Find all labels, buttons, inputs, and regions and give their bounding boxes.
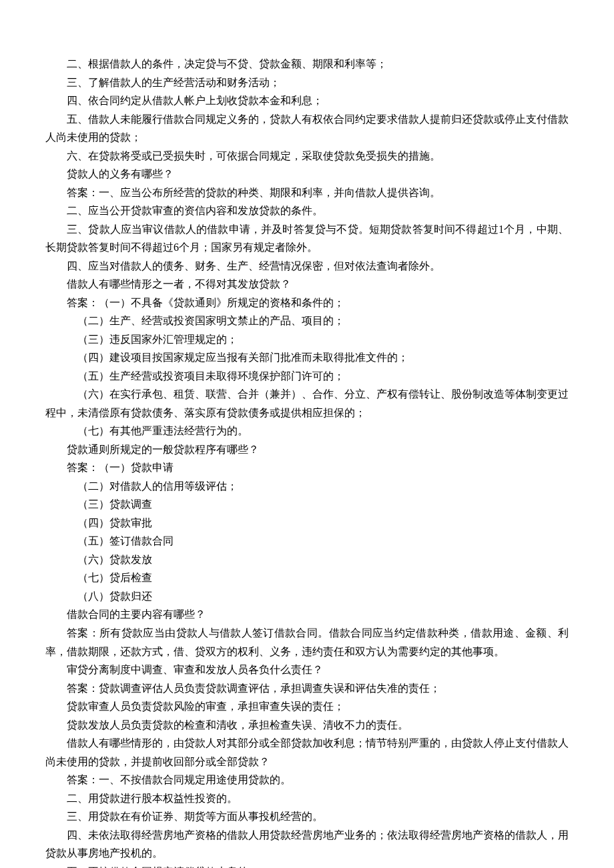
paragraph: 借款人有哪些情形之一者，不得对其发放贷款？ [45,275,569,294]
paragraph: 贷款人的义务有哪些？ [45,165,569,183]
paragraph: 三、贷款人应当审议借款人的借款申请，并及时答复贷与不贷。短期贷款答复时间不得超过… [45,220,569,257]
paragraph: （七）有其他严重违法经营行为的。 [45,422,569,440]
document-body: 二、根据借款人的条件，决定贷与不贷、贷款金额、期限和利率等；三、了解借款人的生产… [45,55,569,868]
paragraph: 三、用贷款在有价证券、期货等方面从事投机经营的。 [45,807,569,826]
document-page: 二、根据借款人的条件，决定贷与不贷、贷款金额、期限和利率等；三、了解借款人的生产… [0,0,614,868]
paragraph: 二、根据借款人的条件，决定贷与不贷、贷款金额、期限和利率等； [45,55,569,73]
paragraph: 答案：所有贷款应当由贷款人与借款人签订借款合同。借款合同应当约定借款种类，借款用… [45,624,569,661]
paragraph: 答案：贷款调查评估人员负责贷款调查评估，承担调查失误和评估失准的责任； [45,679,569,698]
paragraph: （六）贷款发放 [45,550,569,569]
paragraph: 审贷分离制度中调查、审查和发放人员各负什么责任？ [45,661,569,679]
paragraph: 四、依合同约定从借款人帐户上划收贷款本金和利息； [45,91,569,110]
paragraph: 贷款发放人员负责贷款的检查和清收，承担检查失误、清收不力的责任。 [45,716,569,735]
paragraph: （二）生产、经营或投资国家明文禁止的产品、项目的； [45,312,569,330]
paragraph: 答案：（一）不具备《贷款通则》所规定的资格和条件的； [45,294,569,312]
paragraph: （八）贷款归还 [45,587,569,606]
paragraph: （四）建设项目按国家规定应当报有关部门批准而未取得批准文件的； [45,348,569,367]
paragraph: 六、在贷款将受或已受损失时，可依据合同规定，采取使贷款免受损失的措施。 [45,147,569,165]
paragraph: 五、借款人未能履行借款合同规定义务的，贷款人有权依合同约定要求借款人提前归还贷款… [45,110,569,147]
paragraph: 借款合同的主要内容有哪些？ [45,605,569,624]
paragraph: （二）对借款人的信用等级评估； [45,477,569,496]
paragraph: （四）贷款审批 [45,514,569,532]
paragraph: （三）违反国家外汇管理规定的； [45,330,569,349]
paragraph: 答案：一、应当公布所经营的贷款的种类、期限和利率，并向借款人提供咨询。 [45,183,569,202]
paragraph: 四、应当对借款人的债务、财务、生产、经营情况保密，但对依法查询者除外。 [45,257,569,276]
paragraph: （三）贷款调查 [45,495,569,514]
paragraph: （六）在实行承包、租赁、联营、合并（兼并）、合作、分立、产权有偿转让、股份制改造… [45,385,569,422]
paragraph: 五、不按借款合同规定清偿贷款本息的。 [45,863,569,868]
paragraph: 四、未依法取得经营房地产资格的借款人用贷款经营房地产业务的；依法取得经营房地产资… [45,826,569,863]
paragraph: 贷款审查人员负责贷款风险的审查，承担审查失误的责任； [45,697,569,716]
paragraph: 二、应当公开贷款审查的资信内容和发放贷款的条件。 [45,201,569,220]
paragraph: 三、了解借款人的生产经营活动和财务活动； [45,73,569,92]
paragraph: 二、用贷款进行股本权益性投资的。 [45,789,569,808]
paragraph: 答案：（一）贷款申请 [45,458,569,477]
paragraph: 贷款通则所规定的一般贷款程序有哪些？ [45,440,569,459]
paragraph: 答案：一、不按借款合同规定用途使用贷款的。 [45,771,569,789]
paragraph: （五）签订借款合同 [45,532,569,550]
paragraph: （五）生产经营或投资项目未取得环境保护部门许可的； [45,367,569,386]
paragraph: 借款人有哪些情形的，由贷款人对其部分或全部贷款加收利息；情节特别严重的，由贷款人… [45,734,569,771]
paragraph: （七）贷后检查 [45,568,569,587]
